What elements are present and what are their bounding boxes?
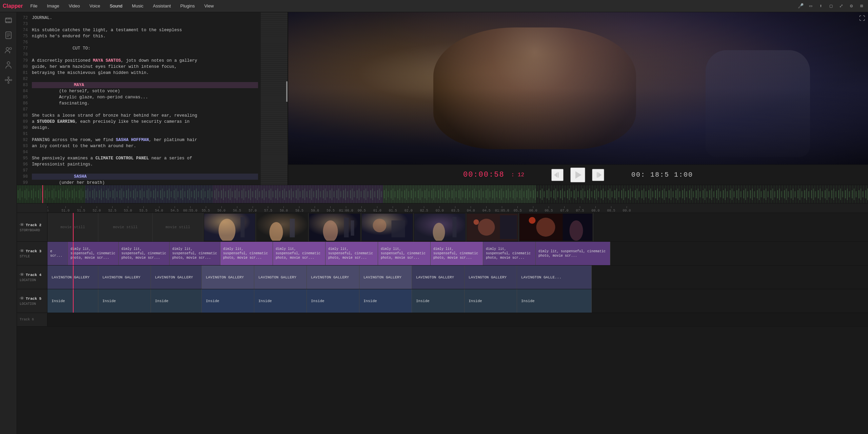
storyboard-clip-10[interactable]: [519, 213, 593, 241]
expand-icon[interactable]: ⤢: [837, 2, 845, 10]
script-line-98-character: SASHA: [32, 174, 258, 180]
svg-rect-53: [453, 217, 457, 237]
script-line-83-character: MAYA: [32, 82, 258, 88]
svg-point-59: [536, 218, 555, 237]
style-clip-5[interactable]: dimly lit, suspenseful, cinematic photo,…: [273, 242, 326, 265]
storyboard-clip-5[interactable]: [256, 213, 309, 241]
menu-file[interactable]: File: [28, 2, 40, 10]
storyboard-clip-4[interactable]: [203, 213, 256, 241]
sidebar-network-icon[interactable]: [3, 75, 14, 85]
style-clip-2[interactable]: dimly lit, suspenseful, cinematic photo,…: [119, 242, 170, 265]
inside-clip-9[interactable]: Inside: [517, 289, 592, 313]
fast-forward-button[interactable]: [592, 169, 604, 181]
expand-video-button[interactable]: ⛶: [859, 15, 865, 22]
location-clip-5[interactable]: LAVINGTON GALLERY: [307, 265, 359, 289]
upload-icon[interactable]: ⬆: [817, 2, 825, 10]
inside-clip-3[interactable]: Inside: [202, 289, 254, 313]
menu-voice[interactable]: Voice: [87, 2, 102, 10]
script-line-79: A discreetly positioned MAYA SANTOS, jot…: [32, 58, 258, 64]
script-line-88: She tucks a loose strand of bronze hair …: [32, 113, 258, 119]
menu-sound[interactable]: Sound: [108, 2, 125, 10]
track-2-eye[interactable]: 👁: [20, 222, 24, 228]
track-3-row: 👁 Track 3 STYLE e scr... dimly lit, susp…: [17, 242, 868, 265]
style-clip-4[interactable]: dimly lit, suspenseful, cinematic photo,…: [220, 242, 273, 265]
style-clip-1[interactable]: dimly lit, suspenseful, cinematic photo,…: [68, 242, 119, 265]
inside-clip-5[interactable]: Inside: [307, 289, 359, 313]
track-3-type: STYLE: [20, 255, 30, 258]
track-3-eye[interactable]: 👁: [20, 249, 24, 254]
track-5-eye[interactable]: 👁: [20, 296, 24, 301]
sidebar-users-icon[interactable]: [3, 45, 14, 56]
ruler-spacer: [17, 203, 47, 213]
menu-image[interactable]: Image: [45, 2, 61, 10]
storyboard-clip-9[interactable]: [466, 213, 519, 241]
script-panel[interactable]: 72 73 74 75 76 77 78 79 80 81 82 83 84 8…: [17, 12, 288, 185]
inside-clip-8[interactable]: Inside: [465, 289, 517, 313]
location-clip-7[interactable]: LAVINGTON GALLERY: [412, 265, 465, 289]
menu-plugins[interactable]: Plugins: [178, 2, 197, 10]
location-clip-3[interactable]: LAVINGTON GALLERY: [202, 265, 254, 289]
script-line-99: (under her breath): [32, 180, 258, 185]
timeline-area: 5 51.0 51.5 52.0 52.5 53.0 53.5 54.0 54.…: [17, 185, 868, 434]
mic-mute-icon[interactable]: 🎤: [797, 2, 804, 10]
track-5-name: Track 5: [26, 297, 41, 301]
timeline-overview[interactable]: [17, 185, 868, 203]
style-clip-3[interactable]: dimly lit, suspenseful, cinematic photo,…: [170, 242, 220, 265]
overview-playhead: [42, 185, 43, 203]
svg-marker-28: [598, 172, 601, 178]
timecode-current: 00:00:58: [463, 171, 505, 179]
svg-rect-56: [500, 215, 517, 239]
svg-rect-40: [241, 217, 245, 237]
menu-view[interactable]: View: [202, 2, 216, 10]
inside-clip-2[interactable]: Inside: [151, 289, 202, 313]
track-4-type: LOCATION: [20, 278, 36, 282]
svg-rect-1: [5, 19, 12, 19]
tracks-container: 👁 Track 2 STORYBOARD movie still movie s…: [17, 213, 868, 434]
location-clip-6[interactable]: LAVINGTON GALLERY: [359, 265, 412, 289]
location-clip-2[interactable]: LAVINGTON GALLERY: [151, 265, 202, 289]
track-2-content: movie still movie still movie still: [47, 213, 868, 241]
window-icon[interactable]: ▢: [827, 2, 835, 10]
inside-clip-7[interactable]: Inside: [412, 289, 465, 313]
svg-rect-34: [17, 185, 85, 203]
inside-clip-6[interactable]: Inside: [359, 289, 412, 313]
storyboard-clip-3[interactable]: movie still: [153, 213, 203, 241]
sidebar-document-icon[interactable]: [3, 30, 14, 41]
storyboard-clip-8[interactable]: [414, 213, 466, 241]
ruler-marks: 5 51.0 51.5 52.0 52.5 53.0 53.5 54.0 54.…: [47, 203, 868, 213]
play-button[interactable]: [570, 167, 585, 182]
settings-icon[interactable]: ⚙: [848, 2, 855, 10]
style-clip-9[interactable]: dimly lit, suspenseful, cinematic photo,…: [483, 242, 536, 265]
script-line-73: [32, 21, 258, 27]
inside-clip-1[interactable]: Inside: [98, 289, 151, 313]
svg-rect-36: [213, 185, 383, 203]
menu-assistant[interactable]: Assistant: [151, 2, 173, 10]
style-clip-7[interactable]: dimly lit, suspenseful, cinematic photo,…: [378, 242, 431, 265]
script-line-97: [32, 167, 258, 174]
window-controls: 🎤 ▭ ⬆ ▢ ⤢ ⚙ ⊞: [797, 2, 865, 10]
menu-music[interactable]: Music: [130, 2, 145, 10]
track-2-playhead: [73, 213, 74, 241]
location-clip-9[interactable]: LAVINGTON GALLE...: [517, 265, 592, 289]
menu-video[interactable]: Video: [67, 2, 82, 10]
rewind-button[interactable]: [551, 169, 564, 181]
style-clip-10[interactable]: dimly lit, suspenseful, cinematic photo,…: [536, 242, 610, 265]
grid-icon[interactable]: ⊞: [858, 2, 865, 10]
storyboard-clip-2[interactable]: movie still: [98, 213, 153, 241]
location-clip-8[interactable]: LAVINGTON GALLERY: [465, 265, 517, 289]
track-4-eye[interactable]: 👁: [20, 272, 24, 278]
storyboard-clip-7[interactable]: [361, 213, 414, 241]
sidebar-person-icon[interactable]: [3, 60, 14, 71]
script-line-95: She pensively examines a CLIMATE CONTROL…: [32, 155, 258, 161]
location-clip-4[interactable]: LAVINGTON GALLERY: [254, 265, 307, 289]
track-2-name: Track 2: [26, 223, 41, 227]
style-clip-6[interactable]: dimly lit, suspenseful, cinematic photo,…: [326, 242, 378, 265]
svg-point-55: [478, 219, 495, 236]
style-clip-8[interactable]: dimly lit, suspenseful, cinematic photo,…: [431, 242, 483, 265]
track-2-type: STORYBOARD: [20, 229, 40, 232]
location-clip-1[interactable]: LAVINGTON GALLERY: [98, 265, 151, 289]
inside-clip-4[interactable]: Inside: [254, 289, 307, 313]
storyboard-clip-6[interactable]: [309, 213, 361, 241]
sidebar-film-icon[interactable]: [3, 15, 14, 26]
style-clip-0[interactable]: e scr...: [47, 242, 68, 265]
